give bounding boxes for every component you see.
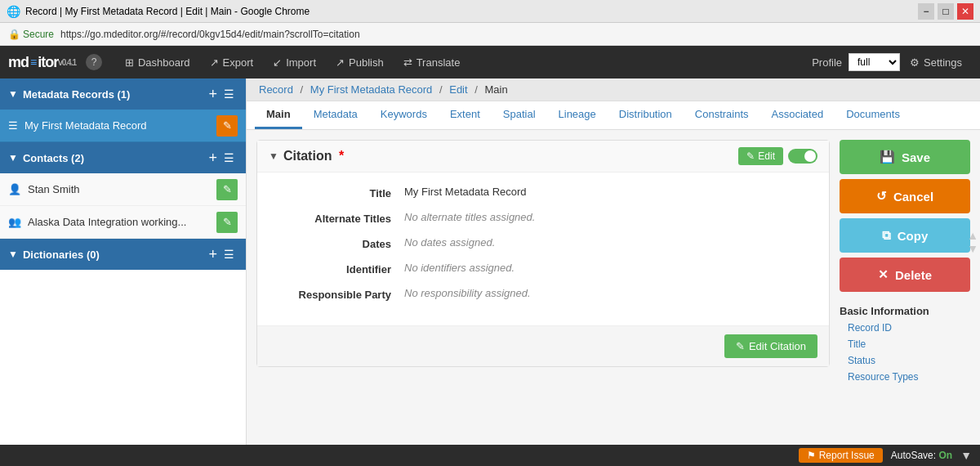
- tab-metadata[interactable]: Metadata: [302, 101, 369, 129]
- save-icon: 💾: [880, 150, 895, 164]
- settings-button[interactable]: ⚙ Settings: [900, 56, 972, 69]
- tab-constraints[interactable]: Constraints: [684, 101, 760, 129]
- edit-metadata-record-button[interactable]: ✎: [216, 115, 238, 137]
- responsible-party-value: No responsibility assigned.: [404, 287, 813, 299]
- translate-icon: ⇄: [403, 56, 412, 69]
- main-area: ▼ Metadata Records (1) + ☰ ☰ My First Me…: [0, 78, 980, 445]
- sidebar: ▼ Metadata Records (1) + ☰ ☰ My First Me…: [0, 78, 247, 445]
- list-dictionaries-button[interactable]: ☰: [220, 248, 238, 261]
- autosave-value: On: [938, 450, 952, 461]
- publish-icon: ↗: [336, 56, 345, 69]
- table-icon: ☰: [8, 119, 18, 132]
- translate-button[interactable]: ⇄ Translate: [394, 46, 470, 78]
- bottom-bar: ⚑ Report Issue AutoSave: On ▼: [0, 445, 980, 466]
- breadcrumb-record[interactable]: Record: [259, 83, 293, 96]
- secure-badge: 🔒 Secure: [8, 29, 54, 40]
- logo: md ≡ itor v0.4.1: [8, 54, 76, 71]
- add-dictionary-button[interactable]: +: [205, 246, 220, 263]
- profile-select[interactable]: full basic: [849, 53, 900, 71]
- citation-toggle[interactable]: [788, 149, 817, 164]
- flag-icon: ⚑: [807, 450, 816, 461]
- dictionaries-header[interactable]: ▼ Dictionaries (0) + ☰: [0, 239, 246, 270]
- breadcrumb-record-name[interactable]: My First Metadata Record: [310, 83, 433, 96]
- breadcrumb: Record / My First Metadata Record / Edit…: [247, 78, 980, 101]
- logo-editor: itor: [38, 54, 58, 71]
- scroll-arrow[interactable]: ▲▼: [967, 229, 978, 255]
- dashboard-button[interactable]: ⊞ Dashboard: [115, 46, 200, 78]
- title-value: My First Metadata Record: [404, 186, 813, 198]
- tab-keywords[interactable]: Keywords: [369, 101, 439, 129]
- tab-main[interactable]: Main: [255, 101, 302, 129]
- breadcrumb-sep3: /: [474, 83, 478, 96]
- metadata-section-label: Metadata Records (1): [23, 88, 206, 101]
- dashboard-icon: ⊞: [125, 56, 134, 69]
- report-issue-button[interactable]: ⚑ Report Issue: [799, 448, 883, 463]
- times-icon: ✕: [878, 267, 889, 282]
- right-nav-status[interactable]: Status: [840, 353, 970, 368]
- right-nav-resource-types[interactable]: Resource Types: [840, 370, 970, 384]
- export-button[interactable]: ↗ Export: [200, 46, 264, 78]
- edit-citation-button[interactable]: ✎ Edit Citation: [724, 334, 817, 358]
- profile-label: Profile: [812, 56, 842, 69]
- cancel-button[interactable]: ↺ Cancel: [840, 179, 970, 213]
- contacts-section-label: Contacts (2): [23, 152, 206, 164]
- edit-contact2-button[interactable]: ✎: [216, 212, 238, 233]
- tab-documents[interactable]: Documents: [835, 101, 911, 129]
- contact1-label: Stan Smith: [28, 183, 216, 195]
- gear-icon: ⚙: [910, 56, 920, 69]
- required-marker: *: [339, 149, 344, 163]
- add-contact-button[interactable]: +: [205, 150, 220, 167]
- maximize-button[interactable]: □: [938, 3, 954, 20]
- dates-row: Dates No dates assigned.: [274, 236, 813, 250]
- copy-icon: ⧉: [882, 228, 891, 243]
- citation-caret: ▼: [269, 150, 278, 162]
- tab-lineage[interactable]: Lineage: [547, 101, 608, 129]
- import-button[interactable]: ↙ Import: [263, 46, 326, 78]
- edit-toggle: ✎ Edit: [738, 147, 817, 165]
- responsible-party-row: Responsible Party No responsibility assi…: [274, 287, 813, 301]
- top-nav: md ≡ itor v0.4.1 ? ⊞ Dashboard ↗ Export …: [0, 46, 980, 78]
- citation-edit-button[interactable]: ✎ Edit: [738, 147, 783, 165]
- right-nav-record-id[interactable]: Record ID: [840, 320, 970, 335]
- list-contacts-button[interactable]: ☰: [220, 151, 238, 164]
- help-button[interactable]: ?: [86, 54, 102, 70]
- profile-section: Profile full basic: [812, 53, 900, 71]
- add-metadata-button[interactable]: +: [205, 86, 220, 103]
- form-area: ▼ Citation * ✎ Edit: [256, 140, 830, 435]
- contacts-caret-icon: ▼: [8, 152, 18, 164]
- group-icon: 👥: [8, 216, 21, 228]
- contacts-header[interactable]: ▼ Contacts (2) + ☰: [0, 142, 246, 173]
- dates-label: Dates: [274, 236, 404, 250]
- minimize-button[interactable]: −: [918, 3, 934, 20]
- sidebar-contact-alaska[interactable]: 👥 Alaska Data Integration working... ✎: [0, 206, 246, 239]
- sidebar-contact-stan-smith[interactable]: 👤 Stan Smith ✎: [0, 173, 246, 206]
- url-text[interactable]: https://go.mdeditor.org/#/record/0kgv15d…: [60, 29, 360, 40]
- identifier-value: No identifiers assigned.: [404, 262, 813, 274]
- edit-contact1-button[interactable]: ✎: [216, 179, 238, 200]
- publish-button[interactable]: ↗ Publish: [326, 46, 394, 78]
- title-label: Title: [274, 186, 404, 199]
- list-metadata-button[interactable]: ☰: [220, 87, 238, 101]
- save-button[interactable]: 💾 Save: [840, 140, 970, 174]
- autosave-status: AutoSave: On: [891, 450, 952, 461]
- editor-icon: ≡: [30, 56, 36, 69]
- delete-button[interactable]: ✕ Delete: [840, 258, 970, 292]
- identifier-row: Identifier No identifiers assigned.: [274, 262, 813, 276]
- tab-nav: Main Metadata Keywords Extent Spatial Li…: [247, 101, 980, 130]
- copy-button[interactable]: ⧉ Copy: [840, 218, 970, 253]
- breadcrumb-edit[interactable]: Edit: [449, 83, 467, 96]
- tab-extent[interactable]: Extent: [439, 101, 492, 129]
- bottom-scroll-arrow[interactable]: ▼: [960, 449, 972, 462]
- title-row: Title My First Metadata Record: [274, 186, 813, 199]
- sidebar-item-my-first-metadata-record[interactable]: ☰ My First Metadata Record ✎: [0, 110, 246, 142]
- right-nav-section: Basic Information: [840, 303, 970, 319]
- tab-associated[interactable]: Associated: [760, 101, 835, 129]
- title-bar: 🌐 Record | My First Metadata Record | Ed…: [0, 0, 980, 23]
- tab-distribution[interactable]: Distribution: [608, 101, 684, 129]
- close-button[interactable]: ✕: [957, 3, 973, 20]
- tab-spatial[interactable]: Spatial: [492, 101, 547, 129]
- chrome-icon: 🌐: [7, 5, 20, 18]
- form-fields: Title My First Metadata Record Alternate…: [257, 173, 829, 325]
- right-nav-title[interactable]: Title: [840, 337, 970, 352]
- metadata-records-header[interactable]: ▼ Metadata Records (1) + ☰: [0, 78, 246, 110]
